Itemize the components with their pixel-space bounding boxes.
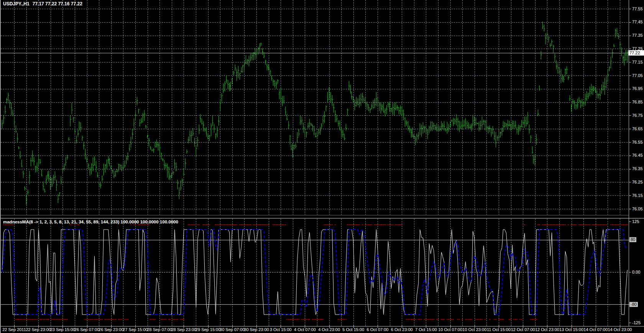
time-axis-label: 29 Sep 15:00 (196, 327, 220, 332)
time-axis-label: 6 Oct 23:00 (391, 327, 413, 332)
price-axis-label: 76.65 (632, 126, 643, 131)
symbol-period-label: USDJPY.,H1 (3, 1, 30, 7)
price-axis-label: 76.15 (632, 193, 643, 198)
time-axis-label: 6 Oct 07:00 (367, 327, 389, 332)
time-axis-label: 30 Sep 23:00 (244, 327, 269, 332)
indicator-axis-label: 80 (629, 237, 636, 242)
ohlc-values-label: 77.17 77.22 77.16 77.22 (33, 1, 82, 7)
time-axis-label: 26 Sep 23:00 (99, 327, 123, 332)
price-axis-label: 76.95 (632, 86, 643, 91)
time-axis-label: 30 Sep 07:00 (220, 327, 245, 332)
time-axis-label: 14 Oct 23:00 (608, 327, 632, 332)
time-axis-label: 12 Oct 07:00 (511, 327, 535, 332)
time-axis-label: 23 Sep 15:00 (50, 327, 75, 332)
indicator-axis-label: -80 (629, 302, 638, 307)
price-axis-label: 77.05 (632, 73, 643, 78)
indicator-axis-label: 0.00 (632, 270, 640, 275)
time-axis-label: 28 Sep 07:00 (147, 327, 172, 332)
time-axis-label: 22 Sep 2011 (2, 327, 26, 332)
indicator-axis-label: -125 (632, 320, 641, 325)
price-axis-label: 76.45 (632, 153, 643, 158)
price-axis-label: 76.75 (632, 113, 643, 118)
indicator-axis-label: 125 (632, 219, 639, 224)
main-grid-horizontal (1, 9, 629, 209)
time-axis-label: 4 Oct 07:00 (294, 327, 316, 332)
time-axis-label: 26 Sep 07:00 (74, 327, 99, 332)
price-axis-label: 77.55 (632, 7, 643, 11)
chart-symbol-ohlc-label: USDJPY.,H177.17 77.22 77.16 77.22 (3, 1, 82, 7)
price-axis-label: 77.35 (632, 33, 643, 38)
time-axis-label: 28 Sep 23:00 (171, 327, 196, 332)
price-axis-label: 76.25 (632, 180, 643, 185)
time-axis-label: 14 Oct 07:00 (583, 327, 608, 332)
current-price-tag: 77.22 (628, 50, 644, 56)
time-axis-label: 27 Sep 15:00 (123, 327, 148, 332)
time-axis-label: 11 Oct 15:00 (487, 327, 511, 332)
indicator-name-label: madnessMA(8 -> 1, 2, 3, 5, 8, 13, 21, 34… (3, 220, 178, 224)
time-axis-label: 7 Oct 15:00 (415, 327, 437, 332)
time-axis-label: 4 Oct 23:00 (318, 327, 340, 332)
mt4-chart-window: USDJPY.,H177.17 77.22 77.16 77.22 madnes… (0, 0, 644, 333)
price-axis-label: 76.05 (632, 207, 643, 212)
time-axis-label: 13 Oct 15:00 (559, 327, 583, 332)
price-axis-label: 76.35 (632, 166, 643, 171)
price-axis-label: 76.85 (632, 100, 643, 105)
time-axis-label: 10 Oct 07:00 (438, 327, 462, 332)
time-axis-label: 22 Sep 23:00 (26, 327, 51, 332)
chart-canvas[interactable] (1, 0, 644, 333)
time-axis-label: 10 Oct 23:00 (462, 327, 486, 332)
time-axis-label: 12 Oct 23:00 (535, 327, 559, 332)
price-axis-label: 77.15 (632, 60, 643, 65)
time-axis-label: 5 Oct 15:00 (342, 327, 364, 332)
price-axis-label: 76.55 (632, 140, 643, 145)
price-axis-label: 77.45 (632, 20, 643, 25)
time-axis-label: 3 Oct 15:00 (270, 327, 292, 332)
